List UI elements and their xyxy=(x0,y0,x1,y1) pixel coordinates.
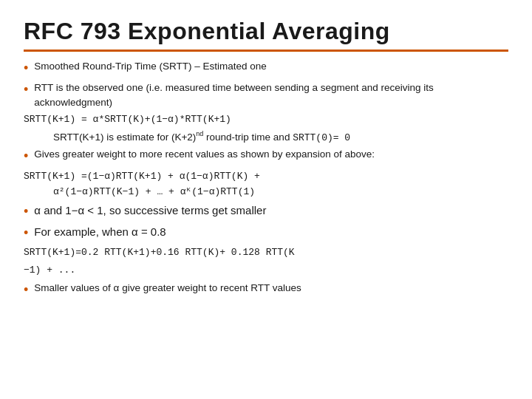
formula-2-line2: α²(1−α)RTT(K−1) + … + αᴷ(1−α)RTT(1) xyxy=(24,185,508,200)
list-item: • Smoothed Round-Trip Time (SRTT) – Esti… xyxy=(24,59,508,78)
list-item: • For example, when α = 0.8 xyxy=(24,224,508,242)
bullet-icon: • xyxy=(24,223,28,242)
list-item: • α and 1−α < 1, so successive terms get… xyxy=(24,202,508,221)
bullet-text: Smaller values of α give greater weight … xyxy=(34,281,508,296)
sub-note-sup: nd xyxy=(196,130,203,137)
bullet-icon: • xyxy=(24,58,28,78)
sub-note: SRTT(K+1) is estimate for (K+2)nd round-… xyxy=(24,129,508,145)
bullet-icon: • xyxy=(24,202,28,221)
formula-1: SRTT(K+1) = α*SRTT(K)+(1−α)*RTT(K+1) xyxy=(24,113,508,127)
formula-3-line2: −1) + ... xyxy=(24,264,508,278)
slide-title: RFC 793 Exponential Averaging xyxy=(24,18,508,45)
bullet-text: Gives greater weight to more recent valu… xyxy=(34,147,508,162)
formula-2-line1: SRTT(K+1) =(1−α)RTT(K+1) + α(1−α)RTT(K) … xyxy=(24,170,508,184)
bullet-text: Smoothed Round-Trip Time (SRTT) – Estima… xyxy=(34,59,508,74)
slide-content: • Smoothed Round-Trip Time (SRTT) – Esti… xyxy=(24,59,508,299)
formula-3-line1: SRTT(K+1)=0.2 RTT(K+1)+0.16 RTT(K)+ 0.12… xyxy=(24,246,508,260)
bullet-icon: • xyxy=(24,80,28,99)
bullet-text: For example, when α = 0.8 xyxy=(34,224,508,240)
bullet-icon: • xyxy=(24,146,28,166)
bullet-text: RTT is the observed one (i.e. measured t… xyxy=(34,81,508,109)
list-item: • Smaller values of α give greater weigh… xyxy=(24,281,508,299)
title-underline xyxy=(24,50,508,52)
slide: RFC 793 Exponential Averaging • Smoothed… xyxy=(0,0,532,399)
list-item: • Gives greater weight to more recent va… xyxy=(24,147,508,166)
sub-note-pre: SRTT(K+1) is estimate for (K+2) xyxy=(53,132,196,143)
sub-note-mid: round-trip time and xyxy=(203,132,293,143)
bullet-icon: • xyxy=(24,280,28,299)
sub-note-code: SRTT(0)= 0 xyxy=(293,132,350,143)
list-item: • RTT is the observed one (i.e. measured… xyxy=(24,81,508,109)
bullet-text: α and 1−α < 1, so successive terms get s… xyxy=(34,202,508,219)
